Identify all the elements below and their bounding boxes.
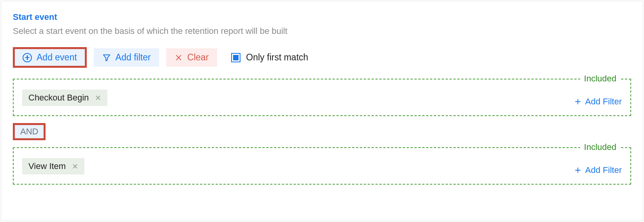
add-filter-link-label: Add Filter bbox=[585, 165, 622, 175]
section-title: Start event bbox=[13, 12, 631, 22]
plus-icon bbox=[574, 98, 581, 105]
event-chip[interactable]: View Item bbox=[22, 158, 84, 174]
start-event-panel: Start event Select a start event on the … bbox=[1, 1, 643, 221]
circle-plus-icon bbox=[23, 53, 32, 62]
add-filter-label: Add filter bbox=[116, 52, 151, 63]
toolbar: Add event Add filter Clear Only first ma… bbox=[13, 47, 631, 68]
group-legend: Included bbox=[580, 142, 620, 152]
add-event-button[interactable]: Add event bbox=[13, 47, 87, 68]
event-chip[interactable]: Checkout Begin bbox=[22, 90, 107, 106]
event-chip-label: Checkout Begin bbox=[28, 93, 89, 103]
add-event-label: Add event bbox=[37, 52, 77, 63]
event-chip-label: View Item bbox=[28, 161, 66, 171]
add-filter-link[interactable]: Add Filter bbox=[574, 165, 622, 175]
remove-chip-icon[interactable] bbox=[95, 95, 101, 101]
add-filter-button[interactable]: Add filter bbox=[94, 48, 160, 67]
only-first-match-checkbox[interactable]: Only first match bbox=[231, 52, 308, 63]
x-icon bbox=[175, 54, 182, 62]
plus-icon bbox=[574, 167, 581, 174]
remove-chip-icon[interactable] bbox=[72, 163, 78, 169]
operator-toggle[interactable]: AND bbox=[13, 123, 46, 140]
operator-row: AND bbox=[13, 123, 631, 140]
event-group: Included View Item Add Filter bbox=[13, 147, 631, 185]
group-legend: Included bbox=[580, 74, 620, 84]
clear-label: Clear bbox=[187, 52, 209, 63]
add-filter-link-label: Add Filter bbox=[585, 97, 622, 107]
only-first-match-label: Only first match bbox=[246, 52, 308, 63]
add-filter-link[interactable]: Add Filter bbox=[574, 97, 622, 107]
checkbox-icon bbox=[231, 53, 240, 62]
event-group: Included Checkout Begin Add Filter bbox=[13, 79, 631, 116]
funnel-icon bbox=[102, 53, 111, 62]
section-subtitle: Select a start event on the basis of whi… bbox=[13, 26, 631, 36]
clear-button[interactable]: Clear bbox=[166, 48, 217, 67]
